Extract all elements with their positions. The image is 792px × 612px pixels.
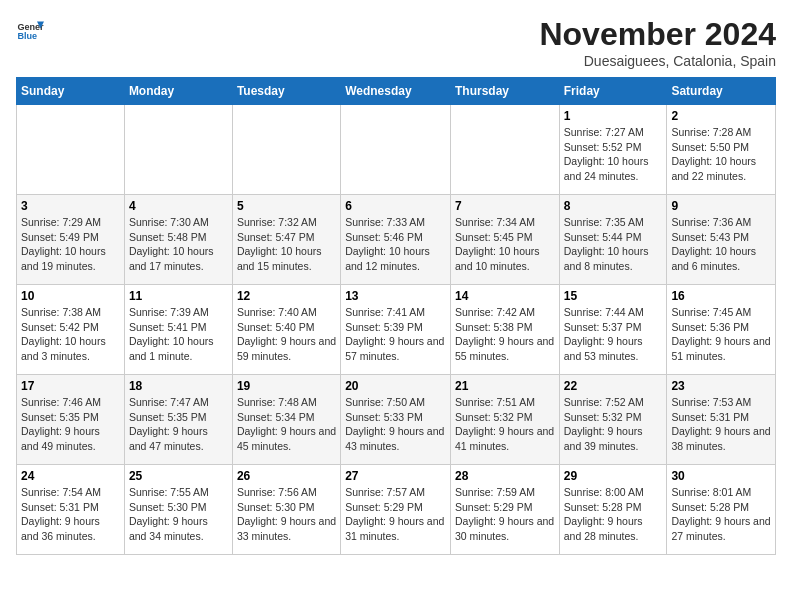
calendar-cell: 8Sunrise: 7:35 AM Sunset: 5:44 PM Daylig…	[559, 195, 667, 285]
day-number: 23	[671, 379, 771, 393]
calendar-cell: 2Sunrise: 7:28 AM Sunset: 5:50 PM Daylig…	[667, 105, 776, 195]
day-info: Sunrise: 7:36 AM Sunset: 5:43 PM Dayligh…	[671, 215, 771, 274]
calendar-cell: 29Sunrise: 8:00 AM Sunset: 5:28 PM Dayli…	[559, 465, 667, 555]
day-number: 12	[237, 289, 336, 303]
calendar-cell: 14Sunrise: 7:42 AM Sunset: 5:38 PM Dayli…	[450, 285, 559, 375]
day-info: Sunrise: 8:00 AM Sunset: 5:28 PM Dayligh…	[564, 485, 663, 544]
day-number: 17	[21, 379, 120, 393]
day-number: 21	[455, 379, 555, 393]
week-row-1: 1Sunrise: 7:27 AM Sunset: 5:52 PM Daylig…	[17, 105, 776, 195]
calendar-cell: 18Sunrise: 7:47 AM Sunset: 5:35 PM Dayli…	[124, 375, 232, 465]
day-info: Sunrise: 7:44 AM Sunset: 5:37 PM Dayligh…	[564, 305, 663, 364]
calendar-cell	[341, 105, 451, 195]
day-info: Sunrise: 8:01 AM Sunset: 5:28 PM Dayligh…	[671, 485, 771, 544]
day-number: 1	[564, 109, 663, 123]
day-info: Sunrise: 7:45 AM Sunset: 5:36 PM Dayligh…	[671, 305, 771, 364]
day-number: 16	[671, 289, 771, 303]
day-info: Sunrise: 7:59 AM Sunset: 5:29 PM Dayligh…	[455, 485, 555, 544]
day-number: 28	[455, 469, 555, 483]
day-info: Sunrise: 7:42 AM Sunset: 5:38 PM Dayligh…	[455, 305, 555, 364]
calendar-cell: 24Sunrise: 7:54 AM Sunset: 5:31 PM Dayli…	[17, 465, 125, 555]
day-info: Sunrise: 7:52 AM Sunset: 5:32 PM Dayligh…	[564, 395, 663, 454]
weekday-monday: Monday	[124, 78, 232, 105]
calendar-cell: 11Sunrise: 7:39 AM Sunset: 5:41 PM Dayli…	[124, 285, 232, 375]
day-info: Sunrise: 7:54 AM Sunset: 5:31 PM Dayligh…	[21, 485, 120, 544]
calendar-cell: 25Sunrise: 7:55 AM Sunset: 5:30 PM Dayli…	[124, 465, 232, 555]
day-number: 5	[237, 199, 336, 213]
day-number: 29	[564, 469, 663, 483]
day-number: 7	[455, 199, 555, 213]
calendar-cell: 5Sunrise: 7:32 AM Sunset: 5:47 PM Daylig…	[232, 195, 340, 285]
day-info: Sunrise: 7:27 AM Sunset: 5:52 PM Dayligh…	[564, 125, 663, 184]
day-info: Sunrise: 7:48 AM Sunset: 5:34 PM Dayligh…	[237, 395, 336, 454]
day-number: 2	[671, 109, 771, 123]
day-number: 24	[21, 469, 120, 483]
calendar-cell: 17Sunrise: 7:46 AM Sunset: 5:35 PM Dayli…	[17, 375, 125, 465]
day-info: Sunrise: 7:28 AM Sunset: 5:50 PM Dayligh…	[671, 125, 771, 184]
day-info: Sunrise: 7:55 AM Sunset: 5:30 PM Dayligh…	[129, 485, 228, 544]
day-number: 14	[455, 289, 555, 303]
day-number: 11	[129, 289, 228, 303]
calendar-cell: 20Sunrise: 7:50 AM Sunset: 5:33 PM Dayli…	[341, 375, 451, 465]
calendar-cell: 19Sunrise: 7:48 AM Sunset: 5:34 PM Dayli…	[232, 375, 340, 465]
svg-text:Blue: Blue	[17, 31, 37, 41]
calendar-cell: 10Sunrise: 7:38 AM Sunset: 5:42 PM Dayli…	[17, 285, 125, 375]
day-info: Sunrise: 7:51 AM Sunset: 5:32 PM Dayligh…	[455, 395, 555, 454]
day-number: 26	[237, 469, 336, 483]
calendar-cell	[124, 105, 232, 195]
calendar-cell: 12Sunrise: 7:40 AM Sunset: 5:40 PM Dayli…	[232, 285, 340, 375]
weekday-friday: Friday	[559, 78, 667, 105]
calendar-cell: 7Sunrise: 7:34 AM Sunset: 5:45 PM Daylig…	[450, 195, 559, 285]
day-info: Sunrise: 7:39 AM Sunset: 5:41 PM Dayligh…	[129, 305, 228, 364]
day-number: 27	[345, 469, 446, 483]
day-number: 13	[345, 289, 446, 303]
day-info: Sunrise: 7:29 AM Sunset: 5:49 PM Dayligh…	[21, 215, 120, 274]
day-info: Sunrise: 7:30 AM Sunset: 5:48 PM Dayligh…	[129, 215, 228, 274]
day-info: Sunrise: 7:56 AM Sunset: 5:30 PM Dayligh…	[237, 485, 336, 544]
calendar-cell: 22Sunrise: 7:52 AM Sunset: 5:32 PM Dayli…	[559, 375, 667, 465]
title-block: November 2024 Duesaiguees, Catalonia, Sp…	[539, 16, 776, 69]
day-number: 9	[671, 199, 771, 213]
weekday-sunday: Sunday	[17, 78, 125, 105]
day-info: Sunrise: 7:34 AM Sunset: 5:45 PM Dayligh…	[455, 215, 555, 274]
day-number: 18	[129, 379, 228, 393]
calendar-cell: 30Sunrise: 8:01 AM Sunset: 5:28 PM Dayli…	[667, 465, 776, 555]
day-info: Sunrise: 7:41 AM Sunset: 5:39 PM Dayligh…	[345, 305, 446, 364]
day-number: 25	[129, 469, 228, 483]
calendar-cell: 4Sunrise: 7:30 AM Sunset: 5:48 PM Daylig…	[124, 195, 232, 285]
week-row-4: 17Sunrise: 7:46 AM Sunset: 5:35 PM Dayli…	[17, 375, 776, 465]
day-info: Sunrise: 7:33 AM Sunset: 5:46 PM Dayligh…	[345, 215, 446, 274]
day-number: 10	[21, 289, 120, 303]
calendar-cell: 16Sunrise: 7:45 AM Sunset: 5:36 PM Dayli…	[667, 285, 776, 375]
calendar-cell: 27Sunrise: 7:57 AM Sunset: 5:29 PM Dayli…	[341, 465, 451, 555]
day-info: Sunrise: 7:57 AM Sunset: 5:29 PM Dayligh…	[345, 485, 446, 544]
calendar-cell: 21Sunrise: 7:51 AM Sunset: 5:32 PM Dayli…	[450, 375, 559, 465]
day-info: Sunrise: 7:35 AM Sunset: 5:44 PM Dayligh…	[564, 215, 663, 274]
calendar-table: SundayMondayTuesdayWednesdayThursdayFrid…	[16, 77, 776, 555]
month-title: November 2024	[539, 16, 776, 53]
day-number: 3	[21, 199, 120, 213]
calendar-cell: 1Sunrise: 7:27 AM Sunset: 5:52 PM Daylig…	[559, 105, 667, 195]
day-number: 30	[671, 469, 771, 483]
day-info: Sunrise: 7:46 AM Sunset: 5:35 PM Dayligh…	[21, 395, 120, 454]
day-number: 20	[345, 379, 446, 393]
calendar-cell: 3Sunrise: 7:29 AM Sunset: 5:49 PM Daylig…	[17, 195, 125, 285]
calendar-cell	[450, 105, 559, 195]
weekday-saturday: Saturday	[667, 78, 776, 105]
day-number: 19	[237, 379, 336, 393]
day-number: 8	[564, 199, 663, 213]
day-number: 22	[564, 379, 663, 393]
day-info: Sunrise: 7:47 AM Sunset: 5:35 PM Dayligh…	[129, 395, 228, 454]
calendar-cell: 28Sunrise: 7:59 AM Sunset: 5:29 PM Dayli…	[450, 465, 559, 555]
weekday-thursday: Thursday	[450, 78, 559, 105]
calendar-cell: 9Sunrise: 7:36 AM Sunset: 5:43 PM Daylig…	[667, 195, 776, 285]
logo: General Blue	[16, 16, 44, 44]
calendar-cell	[232, 105, 340, 195]
calendar-cell: 6Sunrise: 7:33 AM Sunset: 5:46 PM Daylig…	[341, 195, 451, 285]
week-row-3: 10Sunrise: 7:38 AM Sunset: 5:42 PM Dayli…	[17, 285, 776, 375]
week-row-2: 3Sunrise: 7:29 AM Sunset: 5:49 PM Daylig…	[17, 195, 776, 285]
calendar-cell	[17, 105, 125, 195]
day-info: Sunrise: 7:50 AM Sunset: 5:33 PM Dayligh…	[345, 395, 446, 454]
weekday-wednesday: Wednesday	[341, 78, 451, 105]
weekday-tuesday: Tuesday	[232, 78, 340, 105]
